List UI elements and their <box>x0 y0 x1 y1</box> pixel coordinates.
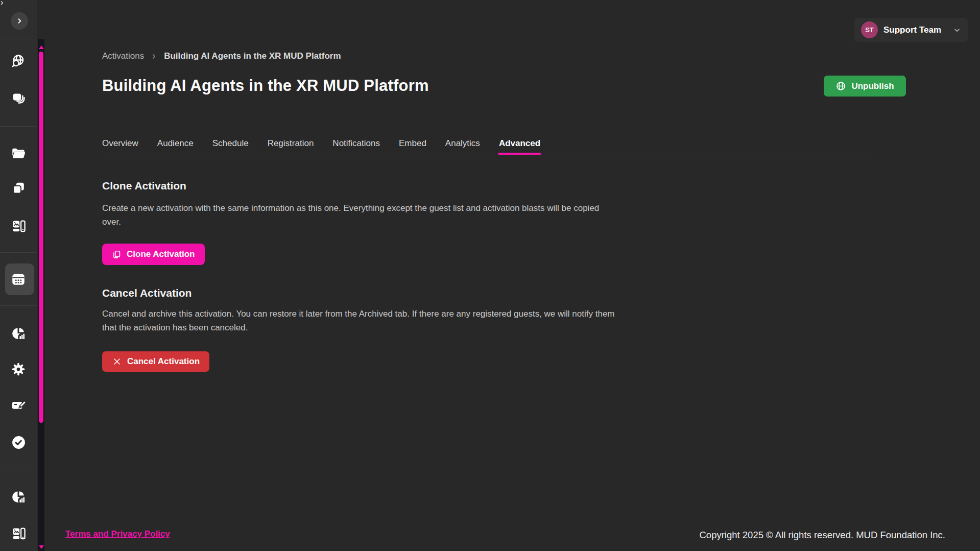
breadcrumb: Activations Building AI Agents in the XR… <box>102 51 341 61</box>
tab-audience[interactable]: Audience <box>157 132 194 155</box>
cancel-activation-button[interactable]: Cancel Activation <box>102 351 209 372</box>
sidebar-collapse-button[interactable] <box>11 12 28 30</box>
breadcrumb-chevron-icon <box>150 53 158 60</box>
unpublish-label: Unpublish <box>851 81 894 91</box>
clone-activation-button[interactable]: Clone Activation <box>102 244 205 265</box>
sidebar-item-discover[interactable] <box>0 54 37 69</box>
cancel-section-heading: Cancel Activation <box>102 287 192 299</box>
tab-advanced[interactable]: Advanced <box>499 132 540 155</box>
account-name: Support Team <box>883 25 941 35</box>
tab-embed[interactable]: Embed <box>399 132 426 155</box>
sidebar: › <box>0 0 37 551</box>
account-menu[interactable]: ST Support Team <box>854 18 968 42</box>
clone-button-label: Clone Activation <box>127 249 195 259</box>
sidebar-item-settings[interactable] <box>0 362 37 377</box>
chevron-down-icon <box>953 26 961 34</box>
scrollbar-up-arrow[interactable] <box>39 45 44 49</box>
chevron-right-icon <box>15 16 24 26</box>
app-window: › <box>0 0 980 551</box>
pie-analytics-icon <box>11 489 26 505</box>
globe-search-icon <box>11 54 26 69</box>
close-icon <box>112 356 122 367</box>
copy-icon <box>112 250 122 259</box>
sidebar-item-billing[interactable] <box>0 398 37 413</box>
cancel-button-label: Cancel Activation <box>127 356 200 367</box>
copy-pages-icon <box>11 181 26 196</box>
page-title: Building AI Agents in the XR MUD Platfor… <box>102 77 429 95</box>
terms-privacy-link[interactable]: Terms and Privacy Policy <box>65 529 170 539</box>
globe-icon <box>835 81 846 91</box>
copyright-text: Copyright 2025 © All rights reserved. MU… <box>700 530 946 541</box>
sidebar-item-analytics[interactable] <box>0 326 37 341</box>
media-kanban-icon <box>11 219 26 233</box>
tab-notifications[interactable]: Notifications <box>332 132 380 155</box>
pie-analytics-icon <box>11 326 26 341</box>
sidebar-item-templates[interactable] <box>0 181 37 196</box>
clone-section-heading: Clone Activation <box>102 180 186 192</box>
scrollbar-down-arrow[interactable] <box>39 545 44 549</box>
check-circle-icon <box>11 435 27 450</box>
breadcrumb-parent[interactable]: Activations <box>102 51 144 61</box>
breadcrumb-current: Building AI Agents in the XR MUD Platfor… <box>164 51 341 61</box>
corner-chevron-icon: › <box>1 0 3 7</box>
card-edit-icon <box>11 398 26 413</box>
sidebar-item-files[interactable] <box>0 146 37 161</box>
sidebar-item-layouts[interactable] <box>0 219 37 233</box>
tab-analytics[interactable]: Analytics <box>445 132 480 155</box>
unpublish-button[interactable]: Unpublish <box>824 76 906 97</box>
sidebar-item-activations-active[interactable] <box>0 272 37 287</box>
scrollbar-track[interactable] <box>38 39 44 551</box>
gear-icon <box>11 362 26 377</box>
scrollbar-thumb[interactable] <box>39 52 43 423</box>
clone-section-description: Create a new activation with the same in… <box>102 201 617 229</box>
tab-bar: Overview Audience Schedule Registration … <box>102 132 540 155</box>
folder-open-icon <box>11 146 26 161</box>
sidebar-divider <box>0 126 37 127</box>
tab-schedule[interactable]: Schedule <box>212 132 249 155</box>
avatar: ST <box>861 21 878 38</box>
sidebar-divider <box>0 305 37 306</box>
tab-overview[interactable]: Overview <box>102 132 138 155</box>
sidebar-divider <box>0 252 37 253</box>
sidebar-item-approvals[interactable] <box>0 435 37 450</box>
media-kanban-icon <box>11 526 26 541</box>
sidebar-divider <box>0 470 37 470</box>
sidebar-item-devices[interactable] <box>0 526 37 541</box>
tab-bar-divider <box>102 155 868 155</box>
footer-divider <box>45 515 980 515</box>
tab-registration[interactable]: Registration <box>268 132 314 155</box>
sidebar-divider <box>0 39 37 39</box>
calendar-icon <box>11 272 26 287</box>
sidebar-item-blasts[interactable] <box>0 91 37 106</box>
sidebar-item-reports[interactable] <box>0 489 37 505</box>
card-stack-icon <box>11 91 26 106</box>
cancel-section-description: Cancel and archive this activation. You … <box>102 307 617 334</box>
